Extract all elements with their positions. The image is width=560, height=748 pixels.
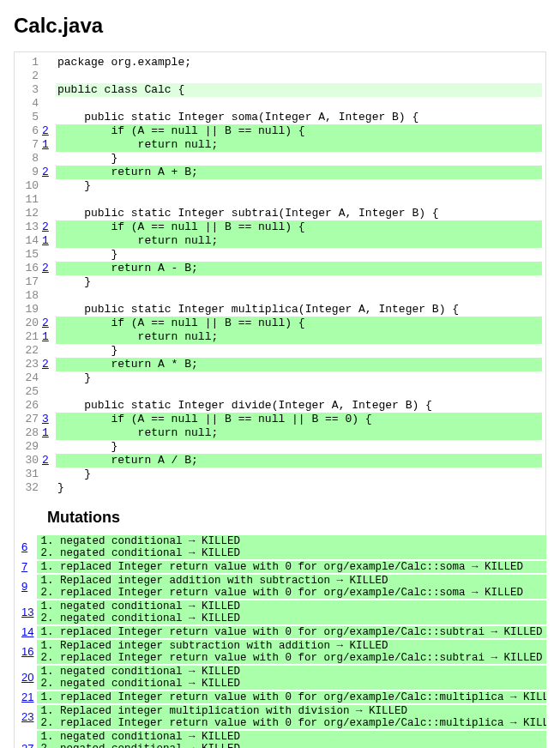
source-code: } xyxy=(56,440,542,454)
source-code: } xyxy=(56,344,542,358)
mutation-text: 1. negated conditional → KILLED 2. negat… xyxy=(37,535,546,560)
source-table: 1package org.example;23public class Calc… xyxy=(18,56,542,495)
source-line: 302 return A / B; xyxy=(18,454,542,468)
coverage-count[interactable]: 1 xyxy=(40,138,56,152)
mutation-line-link[interactable]: 27 xyxy=(21,742,33,748)
coverage-count xyxy=(40,468,56,481)
line-number: 26 xyxy=(18,399,40,413)
source-line: 18 xyxy=(18,289,542,303)
mutation-line-cell: 23 xyxy=(18,704,37,730)
coverage-count xyxy=(40,289,56,303)
line-number: 14 xyxy=(18,234,40,248)
coverage-count xyxy=(40,344,56,358)
mutation-line-link[interactable]: 6 xyxy=(21,540,27,553)
mutation-text: 1. negated conditional → KILLED 2. negat… xyxy=(37,730,546,748)
mutation-line-link[interactable]: 9 xyxy=(21,580,27,593)
coverage-count[interactable]: 2 xyxy=(40,358,56,371)
coverage-link[interactable]: 1 xyxy=(42,330,49,343)
mutation-line-link[interactable]: 13 xyxy=(21,606,33,618)
source-line: 24 } xyxy=(18,371,542,385)
coverage-link[interactable]: 1 xyxy=(42,138,49,151)
line-number: 4 xyxy=(18,97,40,111)
source-code: } xyxy=(56,179,542,193)
line-number: 31 xyxy=(18,468,40,481)
mutation-line-link[interactable]: 7 xyxy=(21,560,27,573)
line-number: 28 xyxy=(18,426,40,440)
line-number: 30 xyxy=(18,454,40,468)
coverage-link[interactable]: 2 xyxy=(42,166,49,178)
coverage-link[interactable]: 2 xyxy=(42,124,49,137)
source-code: if (A == null || B == null) { xyxy=(56,124,542,138)
coverage-link[interactable]: 2 xyxy=(42,317,49,329)
mutation-line-cell: 27 xyxy=(18,730,37,748)
coverage-link[interactable]: 3 xyxy=(42,413,49,425)
coverage-count[interactable]: 2 xyxy=(40,262,56,275)
source-line: 31 } xyxy=(18,468,542,481)
source-code: return null; xyxy=(56,234,542,248)
mutation-line-link[interactable]: 14 xyxy=(21,625,33,638)
source-line: 22 } xyxy=(18,344,542,358)
mutation-line-cell: 16 xyxy=(18,639,37,665)
line-number: 9 xyxy=(18,166,40,179)
source-line: 32} xyxy=(18,481,542,495)
coverage-link[interactable]: 2 xyxy=(42,220,49,233)
source-line: 1package org.example; xyxy=(18,56,542,69)
coverage-count xyxy=(40,303,56,317)
coverage-count[interactable]: 2 xyxy=(40,454,56,468)
coverage-count[interactable]: 1 xyxy=(40,234,56,248)
source-code: return A / B; xyxy=(56,454,542,468)
source-code: } xyxy=(56,468,542,481)
source-line: 71 return null; xyxy=(18,138,542,152)
line-number: 18 xyxy=(18,289,40,303)
line-number: 17 xyxy=(18,275,40,289)
source-code xyxy=(56,289,542,303)
line-number: 21 xyxy=(18,330,40,344)
mutation-line-link[interactable]: 23 xyxy=(21,710,33,723)
line-number: 1 xyxy=(18,56,40,69)
coverage-count[interactable]: 1 xyxy=(40,330,56,344)
coverage-link[interactable]: 1 xyxy=(42,426,49,439)
coverage-link[interactable]: 2 xyxy=(42,454,49,467)
coverage-count xyxy=(40,179,56,193)
mutation-line-cell: 21 xyxy=(18,691,37,704)
coverage-link[interactable]: 1 xyxy=(42,234,49,247)
coverage-count xyxy=(40,275,56,289)
line-number: 5 xyxy=(18,111,40,124)
line-number: 16 xyxy=(18,262,40,275)
coverage-link[interactable]: 2 xyxy=(42,358,49,371)
source-line: 5 public static Integer soma(Integer A, … xyxy=(18,111,542,124)
coverage-count xyxy=(40,440,56,454)
coverage-count[interactable]: 2 xyxy=(40,166,56,179)
source-code: return null; xyxy=(56,138,542,152)
source-line: 92 return A + B; xyxy=(18,166,542,179)
line-number: 7 xyxy=(18,138,40,152)
source-line: 141 return null; xyxy=(18,234,542,248)
mutation-row: 201. negated conditional → KILLED 2. neg… xyxy=(18,665,546,691)
source-line: 62 if (A == null || B == null) { xyxy=(18,124,542,138)
mutation-text: 1. replaced Integer return value with 0 … xyxy=(37,560,546,574)
source-line: 12 public static Integer subtrai(Integer… xyxy=(18,207,542,220)
source-code: public static Integer subtrai(Integer A,… xyxy=(56,207,542,220)
source-line: 2 xyxy=(18,69,542,83)
line-number: 8 xyxy=(18,152,40,166)
mutation-line-link[interactable]: 16 xyxy=(21,645,33,658)
coverage-count xyxy=(40,152,56,166)
source-line: 8 } xyxy=(18,152,542,166)
coverage-count[interactable]: 2 xyxy=(40,317,56,330)
coverage-count xyxy=(40,371,56,385)
coverage-count xyxy=(40,111,56,124)
source-code: if (A == null || B == null) { xyxy=(56,220,542,234)
coverage-count[interactable]: 3 xyxy=(40,413,56,426)
coverage-count[interactable]: 1 xyxy=(40,426,56,440)
mutation-line-link[interactable]: 21 xyxy=(21,691,33,703)
source-code xyxy=(56,193,542,207)
coverage-link[interactable]: 2 xyxy=(42,262,49,274)
line-number: 25 xyxy=(18,385,40,399)
coverage-count[interactable]: 2 xyxy=(40,220,56,234)
source-code: } xyxy=(56,481,542,495)
coverage-count[interactable]: 2 xyxy=(40,124,56,138)
source-line: 281 return null; xyxy=(18,426,542,440)
mutation-line-link[interactable]: 20 xyxy=(21,671,33,684)
mutations-heading: Mutations xyxy=(47,509,542,527)
mutation-text: 1. negated conditional → KILLED 2. negat… xyxy=(37,665,546,691)
